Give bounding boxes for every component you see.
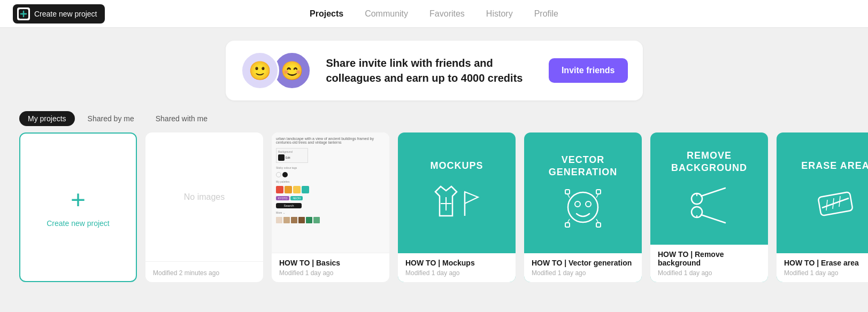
svg-line-13 <box>567 219 570 223</box>
banner-faces: 🙂 😊 <box>241 51 311 90</box>
svg-line-22 <box>822 198 849 208</box>
vector-title: VECTORGENERATION <box>549 154 618 179</box>
nav-history[interactable]: History <box>486 7 513 21</box>
tab-shared-by-me[interactable]: Shared by me <box>79 111 143 126</box>
svg-line-18 <box>701 215 725 223</box>
mockups-modified: Modified 1 day ago <box>405 269 508 277</box>
projects-grid: + Create new project No images Modified … <box>0 132 868 295</box>
mockups-body: MOCKUPS <box>398 132 516 253</box>
svg-rect-9 <box>565 223 570 227</box>
vector-body: VECTORGENERATION <box>524 132 642 253</box>
svg-line-11 <box>567 194 570 198</box>
invite-banner: 🙂 😊 Share invite link with friends and c… <box>226 41 643 100</box>
svg-line-24 <box>833 198 834 209</box>
remove-bg-name: HOW TO | Remove background <box>658 250 761 267</box>
create-new-project-card[interactable]: + Create new project <box>19 132 137 282</box>
remove-bg-title: REMOVEBACKGROUND <box>671 150 747 175</box>
vector-card[interactable]: VECTORGENERATION <box>524 132 642 282</box>
create-new-project-button[interactable]: Create new project <box>13 4 105 24</box>
invite-friends-button[interactable]: Invite friends <box>549 58 628 83</box>
vector-modified: Modified 1 day ago <box>532 269 634 277</box>
svg-line-25 <box>839 196 840 207</box>
erase-area-title: ERASE AREA <box>801 160 868 172</box>
remove-bg-card[interactable]: REMOVEBACKGROUND HOW TO | Remove backgro… <box>650 132 768 282</box>
header: Create new project Projects Community Fa… <box>0 0 868 28</box>
svg-point-4 <box>568 192 598 222</box>
new-project-label: Create new project <box>47 219 110 228</box>
remove-bg-modified: Modified 1 day ago <box>658 269 761 277</box>
svg-rect-10 <box>596 223 601 227</box>
mockups-title: MOCKUPS <box>430 160 483 172</box>
no-images-body: No images <box>145 132 263 261</box>
svg-line-23 <box>826 200 827 210</box>
erase-area-footer: HOW TO | Erase area Modified 1 day ago <box>777 253 868 282</box>
svg-rect-7 <box>565 190 570 194</box>
vector-footer: HOW TO | Vector generation Modified 1 da… <box>524 253 642 282</box>
basics-footer: HOW TO | Basics Modified 1 day ago <box>272 253 389 282</box>
nav-projects[interactable]: Projects <box>310 7 343 21</box>
vector-name: HOW TO | Vector generation <box>532 259 634 267</box>
no-images-footer: Modified 2 minutes ago <box>145 261 263 282</box>
svg-line-17 <box>701 188 725 196</box>
project-tabs: My projects Shared by me Shared with me <box>0 100 868 132</box>
no-images-modified: Modified 2 minutes ago <box>153 269 256 277</box>
svg-line-12 <box>596 194 598 198</box>
nav-profile[interactable]: Profile <box>534 7 558 21</box>
no-images-text: No images <box>184 192 225 202</box>
basics-name: HOW TO | Basics <box>279 259 382 267</box>
plus-icon: + <box>71 187 86 213</box>
erase-area-card[interactable]: ERASE AREA HOW TO | Erase area Modified … <box>777 132 868 282</box>
nav-community[interactable]: Community <box>365 7 408 21</box>
remove-bg-icon <box>685 183 733 228</box>
no-images-card[interactable]: No images Modified 2 minutes ago <box>145 132 263 282</box>
erase-area-name: HOW TO | Erase area <box>784 259 868 267</box>
mockups-footer: HOW TO | Mockups Modified 1 day ago <box>398 253 516 282</box>
tab-shared-with-me[interactable]: Shared with me <box>147 111 216 126</box>
svg-rect-21 <box>818 192 853 216</box>
svg-point-6 <box>586 201 591 207</box>
logo-icon <box>17 7 30 20</box>
basics-modified: Modified 1 day ago <box>279 269 382 277</box>
svg-rect-8 <box>596 190 601 194</box>
mockups-card[interactable]: MOCKUPS HOW TO | Mockups Modified 1 day … <box>398 132 516 282</box>
basics-thumbnail: urban landscape with a view of ancient b… <box>272 132 389 253</box>
remove-bg-footer: HOW TO | Remove background Modified 1 da… <box>650 245 768 282</box>
mockups-name: HOW TO | Mockups <box>405 259 508 267</box>
erase-area-modified: Modified 1 day ago <box>784 269 868 277</box>
nav-favorites[interactable]: Favorites <box>429 7 465 21</box>
erase-area-icon <box>811 181 859 226</box>
banner-text: Share invite link with friends and colle… <box>326 56 538 85</box>
mockups-icon <box>430 181 483 226</box>
erase-area-body: ERASE AREA <box>777 132 868 253</box>
main-nav: Projects Community Favorites History Pro… <box>310 7 558 21</box>
svg-point-5 <box>575 201 580 207</box>
tab-my-projects[interactable]: My projects <box>19 111 75 126</box>
create-project-label: Create new project <box>34 10 97 18</box>
basics-card[interactable]: urban landscape with a view of ancient b… <box>272 132 389 282</box>
remove-bg-body: REMOVEBACKGROUND <box>650 132 768 245</box>
vector-icon <box>559 187 607 232</box>
svg-line-14 <box>596 219 598 223</box>
